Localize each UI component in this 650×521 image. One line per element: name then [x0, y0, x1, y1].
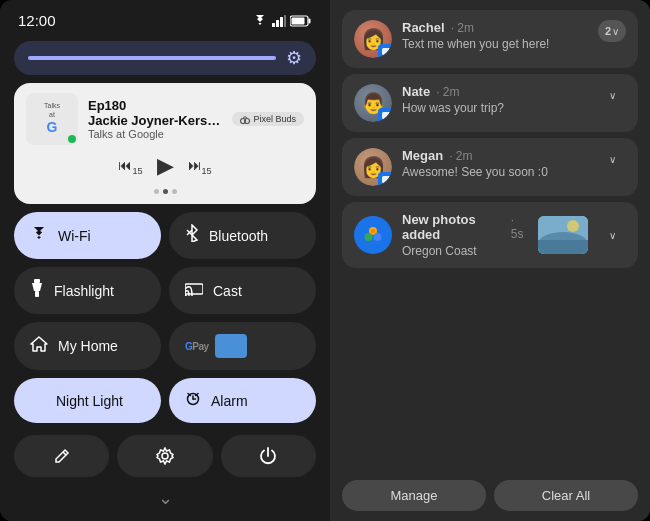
wifi-label: Wi-Fi [58, 228, 91, 244]
svg-rect-1 [276, 20, 279, 27]
google-photos-icon [362, 224, 384, 246]
brightness-control[interactable]: ⚙ [14, 41, 316, 75]
flashlight-icon [30, 279, 44, 302]
notification-rachel[interactable]: 👩 Rachel · 2m Text me when you get here!… [342, 10, 638, 68]
media-card: Talks at G Ep180 Jackie Joyner-Kersee...… [14, 83, 316, 204]
nate-name: Nate [402, 84, 430, 99]
rachel-name: Rachel [402, 20, 445, 35]
expand-chevron[interactable]: ⌄ [14, 485, 316, 509]
photos-notif-content: New photos added · 5s Oregon Coast [402, 212, 528, 258]
messages-icon-nate [382, 112, 391, 121]
megan-notif-header: Megan · 2m [402, 148, 588, 163]
svg-marker-12 [32, 283, 42, 291]
power-icon [259, 447, 277, 465]
media-episode: Ep180 [88, 98, 222, 113]
svg-rect-6 [292, 17, 305, 24]
bottom-actions [14, 435, 316, 477]
alarm-label: Alarm [211, 393, 248, 409]
media-title: Jackie Joyner-Kersee... [88, 113, 222, 128]
chevron-icon-photos: ∨ [609, 230, 616, 241]
nate-message: How was your trip? [402, 101, 588, 115]
toggle-myhome[interactable]: My Home [14, 322, 161, 370]
chevron-icon-nate: ∨ [609, 90, 616, 101]
svg-rect-13 [35, 291, 39, 297]
signal-icon [272, 15, 286, 27]
svg-rect-3 [284, 15, 286, 27]
photos-expand-button[interactable]: ∨ [598, 224, 626, 246]
toggle-nightlight[interactable]: Night Light [14, 378, 161, 423]
messages-icon-megan [382, 176, 391, 185]
notification-megan[interactable]: 👩 Megan · 2m Awesome! See you soon :0 ∨ [342, 138, 638, 196]
main-container: 12:00 [0, 0, 650, 521]
avatar-rachel: 👩 [354, 20, 392, 58]
toggle-wifi[interactable]: Wi-Fi [14, 212, 161, 259]
clear-all-button[interactable]: Clear All [494, 480, 638, 511]
media-info: Ep180 Jackie Joyner-Kersee... Talks at G… [88, 98, 222, 140]
moon-icon [30, 390, 46, 411]
megan-name: Megan [402, 148, 443, 163]
brightness-slider[interactable] [28, 56, 276, 60]
svg-rect-2 [280, 17, 283, 27]
megan-expand-button[interactable]: ∨ [598, 148, 626, 170]
rewind-button[interactable]: ⏮15 [118, 157, 142, 176]
cast-label: Cast [213, 283, 242, 299]
nate-notif-header: Nate · 2m [402, 84, 588, 99]
toggle-flashlight[interactable]: Flashlight [14, 267, 161, 314]
dot-2 [163, 189, 168, 194]
photos-title: New photos added [402, 212, 505, 242]
rachel-notif-content: Rachel · 2m Text me when you get here! [402, 20, 588, 51]
toggle-cast[interactable]: Cast [169, 267, 316, 314]
svg-rect-0 [272, 23, 275, 27]
forward-button[interactable]: ⏭15 [188, 157, 212, 176]
bluetooth-label: Bluetooth [209, 228, 268, 244]
megan-notif-content: Megan · 2m Awesome! See you soon :0 [402, 148, 588, 179]
media-right: Pixel Buds [232, 112, 304, 126]
photos-app-icon [354, 216, 392, 254]
photos-notif-header: New photos added · 5s [402, 212, 528, 242]
svg-rect-23 [382, 48, 391, 55]
svg-rect-35 [538, 240, 588, 254]
toggle-alarm[interactable]: Alarm [169, 378, 316, 423]
rachel-expand-button[interactable]: 2 ∨ [598, 20, 626, 42]
home-icon [30, 336, 48, 357]
svg-point-22 [162, 453, 168, 459]
nate-notif-content: Nate · 2m How was your trip? [402, 84, 588, 115]
svg-rect-11 [34, 279, 40, 283]
rachel-time: · 2m [451, 21, 474, 35]
wifi-icon [30, 226, 48, 246]
cast-icon [185, 281, 203, 301]
settings-button[interactable] [117, 435, 212, 477]
svg-marker-28 [384, 183, 388, 185]
brightness-icon: ⚙ [286, 47, 302, 69]
play-button[interactable]: ▶ [157, 153, 174, 179]
notification-nate[interactable]: 👨 Nate · 2m How was your trip? ∨ [342, 74, 638, 132]
nate-expand-button[interactable]: ∨ [598, 84, 626, 106]
svg-rect-5 [309, 18, 311, 23]
dot-3 [172, 189, 177, 194]
media-thumbnail: Talks at G [26, 93, 78, 145]
media-top: Talks at G Ep180 Jackie Joyner-Kersee...… [26, 93, 304, 145]
power-button[interactable] [221, 435, 316, 477]
status-bar: 12:00 [14, 12, 316, 29]
rewind-label: 15 [132, 165, 142, 175]
nightlight-label: Night Light [56, 393, 123, 409]
photos-time: · 5s [511, 213, 528, 241]
status-icons [252, 15, 312, 27]
status-time: 12:00 [18, 12, 56, 29]
manage-button[interactable]: Manage [342, 480, 486, 511]
media-pagination [26, 189, 304, 194]
chevron-icon-megan: ∨ [609, 154, 616, 165]
edit-button[interactable] [14, 435, 109, 477]
manage-label: Manage [391, 488, 438, 503]
svg-line-21 [63, 452, 66, 455]
settings-icon [156, 447, 174, 465]
clear-all-label: Clear All [542, 488, 590, 503]
message-app-badge-nate [378, 108, 392, 122]
svg-point-36 [567, 220, 579, 232]
rachel-notif-header: Rachel · 2m [402, 20, 588, 35]
avatar-megan: 👩 [354, 148, 392, 186]
toggle-bluetooth[interactable]: Bluetooth [169, 212, 316, 259]
toggle-gpay[interactable]: GPay [169, 322, 316, 370]
notification-photos[interactable]: New photos added · 5s Oregon Coast ∨ [342, 202, 638, 268]
media-controls: ⏮15 ▶ ⏭15 [26, 151, 304, 181]
